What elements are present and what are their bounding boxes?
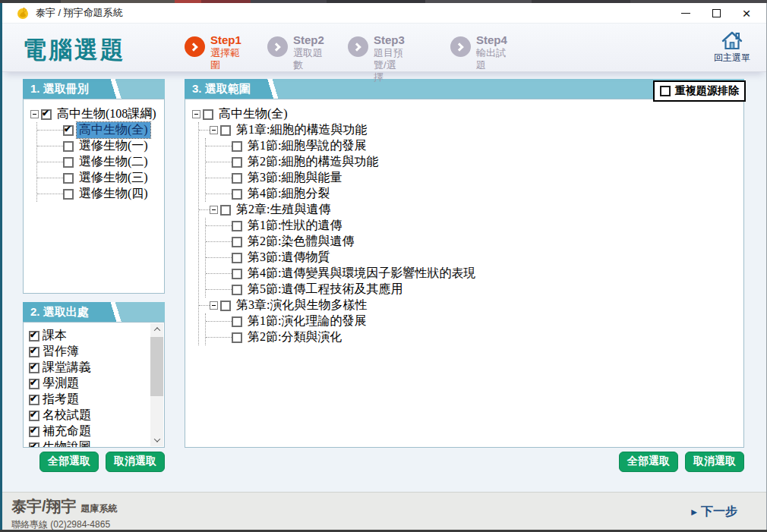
tree-item: 第2節:染色體與遺傳: [206, 234, 743, 250]
scrollbar[interactable]: [150, 323, 163, 446]
source-label[interactable]: 補充命題: [43, 423, 91, 439]
step-label: 選擇範圍: [210, 47, 241, 71]
scope-tree: 高中生物(全)第1章:細胞的構造與功能第1節:細胞學說的發展第2節:細胞的構造與…: [185, 99, 743, 345]
sources-select-all-button[interactable]: 全部選取: [39, 452, 99, 472]
tree-item-label[interactable]: 第2節:染色體與遺傳: [245, 234, 356, 250]
tree-item-label[interactable]: 第1節:細胞學說的發展: [245, 138, 368, 154]
tree-item: 第1節:性狀的遺傳: [206, 218, 743, 234]
tree-checkbox[interactable]: [232, 332, 242, 343]
step-name: Step3: [374, 33, 405, 47]
tree-item-label[interactable]: 選修生物(一): [77, 138, 150, 154]
source-item: 名校試題: [29, 408, 164, 423]
close-button[interactable]: ×: [731, 4, 762, 23]
source-label[interactable]: 課堂講義: [43, 360, 91, 376]
tree-item-label[interactable]: 高中生物(全): [77, 122, 150, 138]
window-left-border: [0, 3, 2, 530]
tree-checkbox[interactable]: [41, 109, 52, 120]
tree-checkbox[interactable]: [63, 189, 74, 200]
footer: 泰宇/翔宇題庫系統 聯絡專線 (02)2984-4865 ▶ 下一步: [2, 492, 766, 530]
scroll-down-button[interactable]: [150, 434, 163, 446]
tree-expander-icon[interactable]: [192, 110, 200, 118]
tree-checkbox[interactable]: [63, 157, 74, 168]
footer-system: 題庫系統: [81, 503, 118, 514]
source-label[interactable]: 學測題: [43, 376, 79, 392]
source-label[interactable]: 指考題: [43, 392, 79, 408]
tree-item-label[interactable]: 第4節:細胞分裂: [245, 186, 332, 202]
sources-deselect-all-button[interactable]: 取消選取: [106, 452, 165, 472]
tree-item: 第1章:細胞的構造與功能: [199, 122, 743, 138]
scroll-up-button[interactable]: [150, 323, 163, 335]
tree-checkbox[interactable]: [220, 301, 231, 311]
tree-item-label[interactable]: 第3節:遺傳物質: [245, 250, 332, 266]
tree-checkbox[interactable]: [220, 125, 231, 136]
tree-item: 第1節:細胞學說的發展: [206, 138, 743, 154]
source-checkbox[interactable]: [29, 411, 39, 421]
tree-item-label[interactable]: 第3節:細胞與能量: [245, 170, 344, 186]
tree-item-label[interactable]: 第2節:細胞的構造與功能: [245, 154, 380, 170]
tree-checkbox[interactable]: [63, 173, 74, 184]
tree-item-label[interactable]: 第5節:遺傳工程技術及其應用: [245, 282, 405, 297]
tree-checkbox[interactable]: [232, 221, 242, 231]
tree-expander-icon[interactable]: [210, 301, 218, 310]
source-label[interactable]: 生物說圖: [43, 439, 91, 448]
tree-expander-icon[interactable]: [30, 110, 39, 118]
sources-buttons: 全部選取 取消選取: [23, 452, 165, 472]
tree-item-label[interactable]: 第2章:生殖與遺傳: [234, 202, 333, 218]
tree-item-label[interactable]: 選修生物(三): [77, 170, 150, 186]
tree-checkbox[interactable]: [232, 141, 242, 152]
home-button[interactable]: 回主選單: [709, 30, 756, 65]
source-checkbox[interactable]: [29, 379, 39, 389]
tree-item-label[interactable]: 選修生物(二): [77, 154, 150, 170]
source-item: 指考題: [29, 392, 164, 408]
source-checkbox[interactable]: [29, 347, 39, 357]
source-label[interactable]: 習作簿: [43, 344, 79, 360]
source-checkbox[interactable]: [29, 427, 39, 437]
next-button[interactable]: ▶ 下一步: [691, 504, 737, 520]
step-1: Step1選擇範圍: [185, 33, 241, 71]
source-item: 課堂講義: [29, 360, 164, 376]
duplicate-exclude-checkbox[interactable]: [660, 86, 671, 96]
tree-checkbox[interactable]: [63, 125, 74, 136]
tree-item-label[interactable]: 第1節:演化理論的發展: [245, 313, 368, 329]
source-checkbox[interactable]: [29, 442, 39, 449]
window-titlebar: 泰宇 / 翔宇命題系統 ×: [2, 3, 766, 24]
tree-item-label[interactable]: 選修生物(四): [77, 186, 150, 202]
tree-expander-icon[interactable]: [210, 126, 218, 134]
scroll-thumb[interactable]: [150, 337, 163, 396]
tree-item-label[interactable]: 第4節:遺傳變異與環境因子影響性狀的表現: [245, 266, 478, 282]
tree-checkbox[interactable]: [232, 269, 242, 279]
tree-item-label[interactable]: 第2節:分類與演化: [245, 329, 344, 345]
tree-item: 第2節:細胞的構造與功能: [206, 154, 743, 170]
tree-checkbox[interactable]: [232, 237, 242, 247]
tree-item: 第1節:演化理論的發展: [206, 313, 743, 329]
tree-checkbox[interactable]: [203, 109, 213, 120]
tree-checkbox[interactable]: [232, 316, 242, 327]
tree-checkbox[interactable]: [232, 157, 242, 168]
source-checkbox[interactable]: [29, 363, 39, 373]
source-checkbox[interactable]: [29, 395, 39, 405]
maximize-button[interactable]: [701, 4, 731, 23]
tree-expander-icon[interactable]: [210, 206, 218, 214]
tree-checkbox[interactable]: [232, 285, 242, 295]
minimize-button[interactable]: [671, 4, 701, 23]
scope-deselect-all-button[interactable]: 取消選取: [685, 452, 744, 472]
tree-item-label[interactable]: 高中生物(108課綱): [55, 106, 159, 122]
tree-checkbox[interactable]: [232, 189, 242, 200]
source-item: 習作簿: [29, 344, 164, 360]
source-checkbox[interactable]: [29, 331, 39, 342]
scope-buttons: 全部選取 取消選取: [185, 452, 744, 472]
tree-item-label[interactable]: 高中生物(全): [216, 106, 290, 122]
scope-select-all-button[interactable]: 全部選取: [619, 452, 678, 472]
tree-checkbox[interactable]: [232, 253, 242, 263]
source-label[interactable]: 名校試題: [43, 408, 91, 423]
home-label: 回主選單: [709, 52, 756, 65]
tree-item-label[interactable]: 第1節:性狀的遺傳: [245, 218, 344, 234]
tree-item-label[interactable]: 第3章:演化與生物多樣性: [234, 297, 369, 313]
tree-checkbox[interactable]: [63, 141, 74, 152]
tree-checkbox[interactable]: [220, 205, 231, 216]
source-label[interactable]: 課本: [43, 328, 67, 344]
step-label: 輸出試題: [476, 47, 507, 71]
tree-checkbox[interactable]: [232, 173, 242, 184]
source-item: 補充命題: [29, 423, 164, 439]
tree-item-label[interactable]: 第1章:細胞的構造與功能: [234, 122, 369, 138]
